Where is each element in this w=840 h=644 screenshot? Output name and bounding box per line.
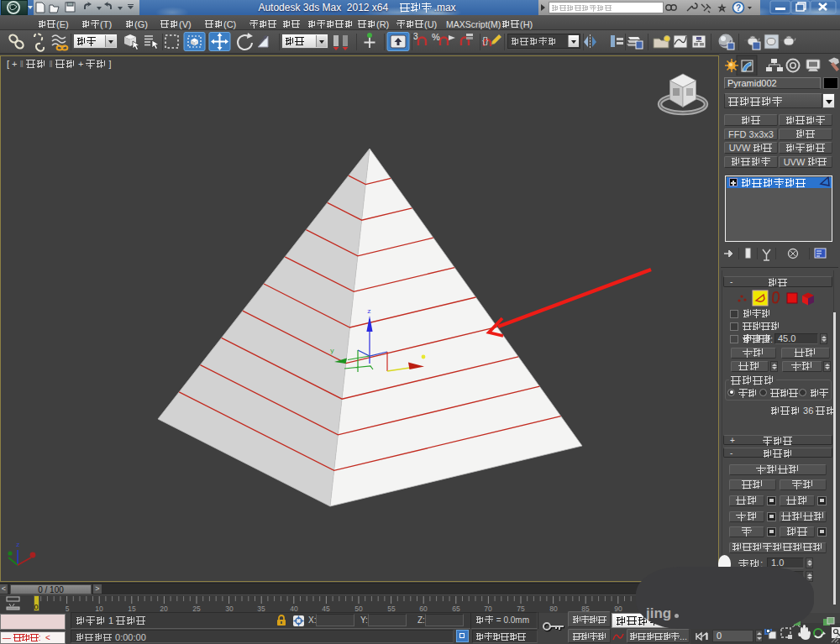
svg-text:5: 5 — [66, 605, 70, 613]
svg-text:80: 80 — [549, 605, 558, 613]
svg-text:90: 90 — [614, 605, 622, 613]
svg-text:z: z — [367, 307, 371, 315]
svg-text:%: % — [432, 32, 440, 42]
svg-text:z: z — [16, 541, 20, 548]
svg-text:y: y — [330, 347, 334, 354]
svg-text:{}: {} — [482, 35, 489, 45]
svg-text:?: ? — [736, 3, 741, 13]
